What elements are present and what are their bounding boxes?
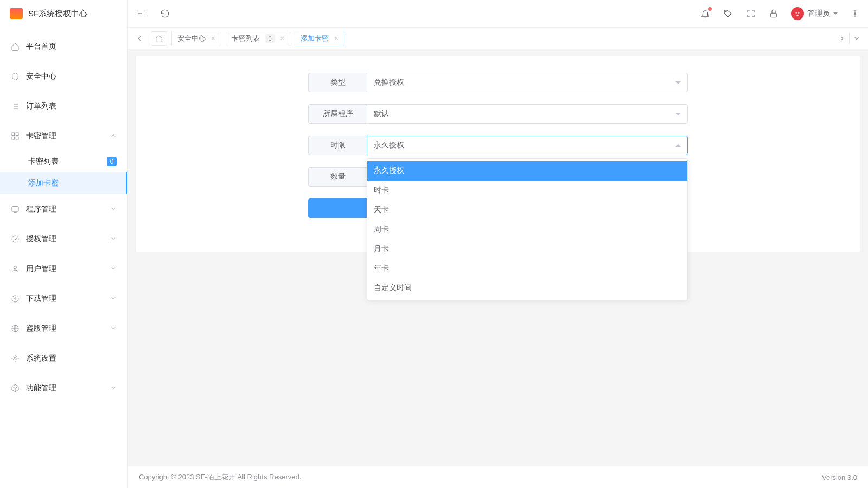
topbar: 管理员 — [128, 0, 868, 27]
svg-point-10 — [726, 11, 727, 12]
sidebar-item-cardkey[interactable]: 卡密管理 — [0, 121, 127, 151]
dropdown-option[interactable]: 天卡 — [367, 200, 687, 220]
logo: SF系统授权中心 — [0, 0, 127, 27]
logo-icon — [10, 8, 23, 19]
tab-label: 添加卡密 — [301, 34, 329, 43]
sidebar-item-cardkey-list[interactable]: 卡密列表 0 — [0, 151, 127, 172]
label: 卡密列表 — [28, 157, 100, 166]
notification-dot-icon — [708, 7, 712, 11]
footer: Copyright © 2023 SF-陌上花开 All Rights Rese… — [128, 466, 868, 488]
download-icon — [11, 294, 20, 303]
select-program[interactable]: 默认 — [367, 104, 688, 124]
home-icon — [11, 42, 20, 51]
globe-icon — [11, 324, 20, 333]
form-row-duration: 时限 永久授权 — [308, 136, 688, 155]
sidebar-item-settings[interactable]: 系统设置 — [0, 343, 127, 373]
svg-point-14 — [854, 10, 856, 11]
cardkey-submenu: 卡密列表 0 添加卡密 — [0, 151, 127, 194]
tabs-next-button[interactable] — [835, 31, 849, 46]
username: 管理员 — [807, 9, 830, 18]
caret-down-icon — [675, 113, 681, 118]
label: 添加卡密 — [28, 178, 117, 188]
sidebar-item-cardkey-add[interactable]: 添加卡密 — [0, 172, 127, 194]
dropdown-option[interactable]: 时卡 — [367, 181, 687, 200]
tabs-bar: 安全中心 × 卡密列表 0 × 添加卡密 × — [128, 27, 868, 49]
refresh-button[interactable] — [159, 8, 170, 19]
label: 用户管理 — [26, 264, 104, 274]
label: 授权管理 — [26, 234, 104, 244]
sidebar-item-program[interactable]: 程序管理 — [0, 194, 127, 224]
dropdown-option[interactable]: 周卡 — [367, 220, 687, 239]
label-program: 所属程序 — [308, 104, 367, 124]
dropdown-option[interactable]: 自定义时间 — [367, 278, 687, 298]
tab-label: 安全中心 — [177, 34, 206, 43]
close-icon[interactable]: × — [211, 35, 215, 42]
program-icon — [11, 205, 20, 214]
grid-icon — [11, 132, 20, 140]
svg-point-9 — [14, 357, 16, 359]
notifications-button[interactable] — [700, 8, 711, 19]
sidebar-item-users[interactable]: 用户管理 — [0, 254, 127, 284]
svg-point-6 — [14, 266, 16, 268]
cube-icon — [11, 384, 20, 393]
check-circle-icon — [11, 235, 20, 243]
chevron-down-icon — [110, 205, 117, 214]
label: 程序管理 — [26, 204, 104, 214]
close-icon[interactable]: × — [334, 35, 339, 42]
tab-badge: 0 — [265, 34, 275, 43]
tab-cardkey-list[interactable]: 卡密列表 0 × — [226, 31, 291, 46]
user-menu[interactable]: 管理员 — [791, 7, 838, 20]
sidebar-item-features[interactable]: 功能管理 — [0, 373, 127, 403]
chevron-down-icon — [110, 235, 117, 243]
svg-point-5 — [12, 236, 18, 242]
tabs-dropdown-button[interactable] — [850, 31, 864, 46]
svg-rect-11 — [771, 13, 777, 17]
tab-home-button[interactable] — [151, 31, 167, 46]
dropdown-option[interactable]: 年卡 — [367, 259, 687, 278]
label: 平台首页 — [26, 42, 117, 52]
select-type[interactable]: 兑换授权 — [367, 73, 688, 92]
label: 订单列表 — [26, 101, 117, 111]
sidebar-item-home[interactable]: 平台首页 — [0, 31, 127, 61]
gear-icon — [11, 354, 20, 363]
svg-rect-1 — [16, 133, 18, 136]
form-row-type: 类型 兑换授权 — [308, 73, 688, 92]
tab-security[interactable]: 安全中心 × — [171, 31, 221, 46]
svg-point-16 — [854, 16, 856, 17]
duration-dropdown: 永久授权时卡天卡周卡月卡年卡自定义时间 — [367, 158, 688, 300]
chevron-down-icon — [110, 324, 117, 333]
select-duration[interactable]: 永久授权 — [367, 136, 688, 155]
tag-button[interactable] — [723, 8, 733, 19]
fullscreen-button[interactable] — [745, 8, 756, 19]
sidebar-menu: 平台首页 安全中心 订单列表 卡密管理 卡密列表 0 — [0, 27, 127, 488]
sidebar-item-security[interactable]: 安全中心 — [0, 61, 127, 91]
sidebar-item-orders[interactable]: 订单列表 — [0, 91, 127, 121]
app-title: SF系统授权中心 — [28, 9, 87, 19]
chevron-up-icon — [110, 132, 117, 140]
lock-button[interactable] — [768, 8, 779, 19]
collapse-sidebar-button[interactable] — [136, 8, 146, 19]
dropdown-option[interactable]: 永久授权 — [367, 161, 687, 181]
svg-point-12 — [796, 12, 797, 14]
label: 卡密管理 — [26, 131, 104, 141]
sidebar-item-download[interactable]: 下载管理 — [0, 284, 127, 313]
label: 安全中心 — [26, 72, 117, 81]
dropdown-option[interactable]: 月卡 — [367, 239, 687, 259]
select-value: 永久授权 — [374, 140, 404, 150]
label-quantity: 数量 — [308, 167, 367, 187]
tab-cardkey-add[interactable]: 添加卡密 × — [295, 31, 344, 46]
caret-down-icon — [833, 12, 838, 17]
sidebar-item-auth[interactable]: 授权管理 — [0, 224, 127, 254]
select-value: 兑换授权 — [374, 78, 404, 87]
more-button[interactable] — [850, 8, 860, 19]
label-type: 类型 — [308, 73, 367, 92]
sidebar-item-piracy[interactable]: 盗版管理 — [0, 313, 127, 343]
tabs-prev-button[interactable] — [132, 31, 146, 46]
svg-rect-0 — [12, 133, 15, 136]
chevron-down-icon — [110, 384, 117, 393]
form-row-program: 所属程序 默认 — [308, 104, 688, 124]
tab-label: 卡密列表 — [232, 34, 260, 43]
chevron-down-icon — [110, 265, 117, 273]
close-icon[interactable]: × — [280, 35, 285, 42]
version: Version 3.0 — [822, 473, 857, 481]
